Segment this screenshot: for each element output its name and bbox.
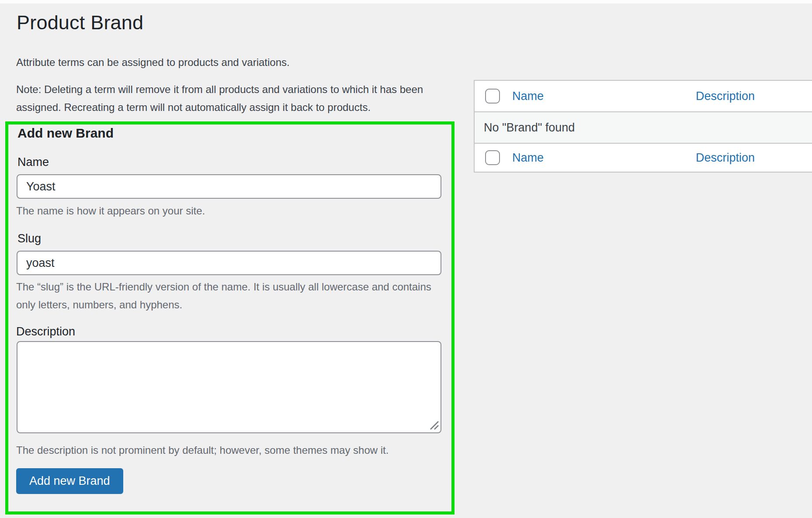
note-text: Note: Deleting a term will remove it fro… (16, 80, 453, 116)
table-header-row: Name Description (475, 81, 812, 112)
select-all-checkbox-bottom[interactable] (485, 150, 500, 165)
description-label: Description (16, 326, 75, 338)
column-header-name[interactable]: Name (512, 90, 544, 103)
slug-label: Slug (17, 233, 41, 245)
description-help-text: The description is not prominent by defa… (16, 441, 389, 459)
resize-handle-icon[interactable] (427, 418, 439, 430)
column-footer-name[interactable]: Name (512, 151, 544, 165)
name-input[interactable] (17, 174, 441, 199)
name-help-text: The name is how it appears on your site. (16, 202, 205, 220)
add-new-brand-button[interactable]: Add new Brand (16, 468, 123, 494)
form-heading: Add new Brand (17, 126, 114, 141)
table-footer-row: Name Description (475, 144, 812, 172)
top-strip (0, 0, 812, 3)
product-brand-page: Product Brand Attribute terms can be ass… (0, 0, 812, 518)
description-textarea[interactable] (17, 341, 441, 433)
name-label: Name (17, 156, 49, 168)
table-empty-row: No "Brand" found (475, 112, 812, 144)
brands-table: Name Description No "Brand" found Name D… (474, 80, 812, 173)
slug-help-text: The “slug” is the URL-friendly version o… (16, 278, 449, 314)
page-title: Product Brand (17, 11, 143, 34)
column-footer-description[interactable]: Description (696, 151, 755, 165)
empty-message: No "Brand" found (484, 121, 575, 135)
intro-text: Attribute terms can be assigned to produ… (16, 54, 290, 71)
slug-input[interactable] (17, 251, 441, 275)
column-header-description[interactable]: Description (696, 90, 755, 103)
select-all-checkbox-top[interactable] (485, 89, 500, 104)
